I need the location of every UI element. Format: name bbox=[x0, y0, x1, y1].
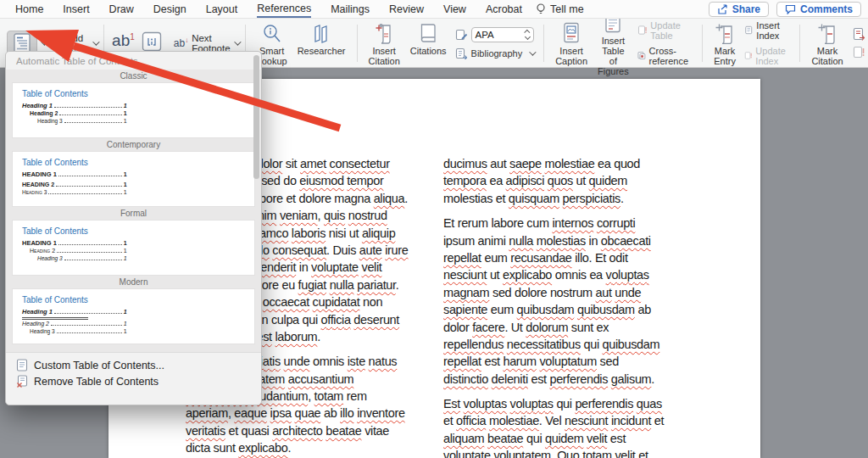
insert-table-of-figures-label: Insert Table bbox=[598, 36, 629, 56]
stepper-icon bbox=[526, 30, 530, 39]
share-icon bbox=[717, 4, 728, 14]
mark-entry-button[interactable]: Mark Entry bbox=[714, 20, 736, 66]
doc-text-line: magnam sed dolore nostrum aut unde bbox=[443, 284, 669, 301]
menu-bar: HomeInsertDrawDesignLayoutReferencesMail… bbox=[0, 0, 868, 19]
menu-tab-references[interactable]: References bbox=[257, 0, 311, 18]
ribbon-divider bbox=[702, 25, 703, 62]
menu-items: HomeInsertDrawDesignLayoutReferencesMail… bbox=[15, 0, 522, 18]
chevron-down-icon bbox=[529, 48, 536, 55]
doc-text-line: repellendus necessitatibus qui quibusdam bbox=[443, 336, 669, 353]
bibliography-button[interactable]: Bibliography bbox=[455, 47, 535, 59]
doc-text-line: et officia molestiae. Vel nesciunt incid… bbox=[443, 412, 669, 429]
toc-style-modern[interactable]: Table of ContentsHeading 11Heading 21Hea… bbox=[12, 288, 255, 344]
chevron-down-icon bbox=[41, 38, 47, 45]
next-footnote-icon: ab↓ bbox=[174, 36, 188, 49]
add-text-label: Add Text bbox=[66, 33, 89, 53]
update-table-icon bbox=[637, 24, 648, 36]
toc-preview-row: Heading 21 bbox=[30, 110, 127, 117]
insert-table-of-figures-label: of Figures bbox=[598, 56, 629, 76]
toc-style-classic[interactable]: Table of ContentsHeading 11Heading 21Hea… bbox=[12, 82, 255, 138]
table-of-contents-menu: Automatic Table of Contents ClassicTable… bbox=[5, 51, 262, 405]
insert-endnote-icon bbox=[142, 31, 162, 52]
insert-footnote-button[interactable]: ab1 bbox=[112, 31, 135, 50]
style-icon bbox=[455, 29, 468, 41]
insert-index-icon bbox=[744, 24, 753, 36]
toc-preview-row: Heading 11 bbox=[22, 102, 127, 109]
toc-preview-row: Heading 31 bbox=[37, 118, 127, 125]
doc-text-line: repellat eum recusandae illo. Et odit bbox=[443, 249, 669, 266]
toc-preview-row: Heading 31 bbox=[30, 328, 127, 335]
toc-section-label: Contemporary bbox=[6, 138, 261, 151]
ribbon-divider bbox=[799, 25, 800, 62]
doc-text-line: ducimus aut saepe molestiae ea quod bbox=[443, 155, 669, 172]
share-button[interactable]: Share bbox=[709, 2, 769, 17]
mark-entry-label: Mark bbox=[715, 46, 735, 56]
update-index-button: Update Index bbox=[744, 46, 790, 66]
citations-icon bbox=[419, 22, 437, 44]
doc-text-line: aliquam beatae qui quidem velit est bbox=[443, 430, 669, 447]
toc-menu-footer: Custom Table of Contents... Remove Table… bbox=[6, 352, 261, 393]
doc-text-line: Et rerum labore cum internos corrupti bbox=[443, 215, 669, 232]
mark-citation-label: Citation bbox=[811, 56, 843, 66]
toc-menu-header: Automatic Table of Contents bbox=[6, 52, 261, 70]
citations-button[interactable]: Citations bbox=[410, 20, 447, 66]
menu-tab-insert[interactable]: Insert bbox=[63, 1, 89, 17]
menu-tab-review[interactable]: Review bbox=[389, 1, 424, 17]
insert-citation-icon bbox=[375, 22, 393, 44]
toc-preview-title: Table of Contents bbox=[22, 158, 245, 167]
bibliography-label: Bibliography bbox=[471, 48, 523, 59]
researcher-button[interactable]: Researcher bbox=[298, 20, 346, 66]
menu-tab-home[interactable]: Home bbox=[15, 1, 43, 17]
document-icon bbox=[16, 359, 28, 371]
doc-text-line: voluptate voluptatem. Quo totam velit et bbox=[443, 447, 669, 458]
insert-endnote-button[interactable] bbox=[142, 31, 162, 52]
insert-table-of-authorities-button[interactable] bbox=[852, 27, 865, 41]
comments-button[interactable]: Comments bbox=[776, 2, 861, 17]
citation-style-select[interactable]: APA bbox=[455, 27, 535, 42]
next-footnote-button[interactable]: ab↓ Next Footnote bbox=[174, 33, 239, 53]
mark-citation-icon bbox=[817, 22, 837, 44]
menu-tab-design[interactable]: Design bbox=[153, 1, 186, 17]
toc-preview-row: HEADING 11 bbox=[22, 170, 127, 178]
toc-style-contemporary[interactable]: Table of ContentsHEADING 11HEADING 21Hea… bbox=[12, 151, 255, 207]
insert-caption-button[interactable]: Insert Caption bbox=[555, 20, 587, 66]
custom-table-of-contents-label: Custom Table of Contents... bbox=[34, 360, 164, 371]
insert-table-of-figures-button[interactable]: Insert Table of Figures bbox=[598, 10, 629, 76]
insert-citation-button[interactable]: Insert Citation bbox=[369, 20, 400, 66]
insert-index-button[interactable]: Insert Index bbox=[744, 20, 790, 41]
menu-tab-mailings[interactable]: Mailings bbox=[331, 1, 370, 17]
update-table-of-authorities-button bbox=[852, 46, 865, 59]
menu-tab-draw[interactable]: Draw bbox=[109, 1, 134, 17]
cross-reference-button[interactable]: Cross-reference bbox=[637, 46, 693, 66]
add-text-button[interactable]: Add Text bbox=[54, 33, 97, 53]
doc-text-line: distinctio deleniti est perferendis gali… bbox=[443, 371, 669, 388]
insert-citation-label: Citation bbox=[369, 56, 400, 66]
ribbon-divider bbox=[357, 25, 358, 62]
tell-me[interactable]: Tell me bbox=[536, 3, 584, 15]
mark-citation-label: Mark bbox=[817, 46, 837, 56]
doc-text-line: molestias et quisquam perspiciatis. bbox=[443, 190, 669, 207]
menu-tab-acrobat[interactable]: Acrobat bbox=[486, 1, 522, 17]
mark-citation-button[interactable]: Mark Citation bbox=[811, 20, 843, 66]
update-index-label: Update Index bbox=[755, 46, 790, 66]
menu-tab-view[interactable]: View bbox=[443, 1, 466, 17]
doc-text-line: veritatis et quasi architecto beatae vit… bbox=[186, 422, 409, 439]
scrollbar-thumb[interactable] bbox=[253, 55, 259, 179]
document-remove-icon bbox=[16, 375, 28, 388]
toc-style-formal[interactable]: Table of ContentsHEADING 11Heading 21Hea… bbox=[12, 220, 255, 276]
update-table-button: Update Table bbox=[637, 20, 693, 41]
cross-reference-label: Cross-reference bbox=[649, 46, 693, 66]
menu-tab-layout[interactable]: Layout bbox=[206, 1, 238, 17]
insert-table-of-authorities-icon bbox=[852, 27, 865, 41]
ribbon-divider bbox=[543, 25, 544, 62]
doc-text-line: tempora ea adipisci quos ut quidem bbox=[443, 172, 669, 189]
doc-paragraph: ducimus aut saepe molestiae ea quodtempo… bbox=[443, 155, 669, 207]
remove-table-of-contents-item[interactable]: Remove Table of Contents bbox=[14, 373, 253, 389]
custom-table-of-contents-item[interactable]: Custom Table of Contents... bbox=[14, 357, 253, 373]
doc-column-right: ducimus aut saepe molestiae ea quodtempo… bbox=[443, 155, 669, 458]
citations-label: Citations bbox=[410, 46, 447, 56]
doc-text-line: Est voluptas voluptas qui perferendis qu… bbox=[443, 395, 669, 412]
update-table-of-authorities-icon bbox=[852, 46, 865, 59]
doc-paragraph: Et rerum labore cum internos corruptiips… bbox=[443, 215, 669, 388]
doc-text-line: dicta sunt explicabo. bbox=[186, 439, 409, 456]
